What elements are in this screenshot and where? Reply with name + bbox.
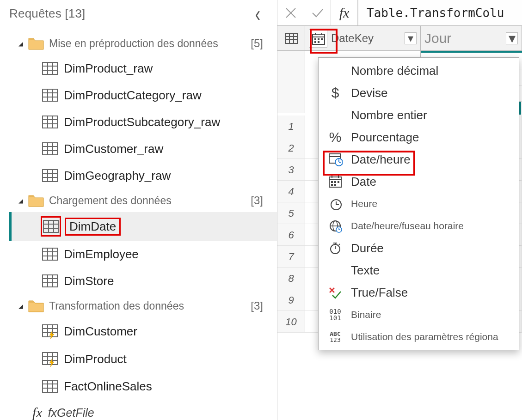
type-menu-item[interactable]: True/False (319, 281, 519, 304)
row-number: 6 (277, 224, 305, 245)
expand-icon: ◢ (18, 303, 27, 310)
query-item[interactable]: FactOnlineSales (9, 373, 277, 400)
table-bolt-icon (42, 350, 58, 368)
query-group-loading[interactable]: ◢ Chargement des données [3] (9, 189, 277, 212)
type-menu-item[interactable]: ABC123Utilisation des paramètres régiona (319, 326, 519, 348)
collapse-panel-button[interactable]: ‹ (255, 8, 263, 19)
fx-button[interactable]: fx (331, 0, 358, 25)
table-icon (42, 378, 58, 395)
query-item[interactable]: DimProduct_raw (9, 55, 277, 82)
row-number: 8 (277, 268, 305, 289)
query-item[interactable]: DimGeography_raw (9, 162, 277, 189)
query-label: DimCustomer (64, 324, 137, 339)
menu-item-label: Binaire (351, 309, 381, 320)
calendar-icon (327, 174, 344, 189)
menu-item-label: Durée (351, 241, 384, 256)
menu-item-label: True/False (351, 286, 408, 300)
group-label: Transformation des données (49, 300, 251, 312)
query-label: DimProduct (64, 352, 127, 366)
group-count: [5] (251, 37, 263, 50)
type-menu-item[interactable]: Date (319, 170, 519, 193)
type-menu-item[interactable]: Heure (319, 193, 519, 215)
group-count: [3] (251, 194, 263, 207)
queries-panel: Requêtes [13] ‹ ◢ Mise en préproduction … (0, 0, 277, 420)
table-header: DateKey ▾ Jour ▾ (277, 26, 522, 51)
query-label: DimProduct_raw (64, 61, 153, 76)
menu-item-label: Pourcentage (351, 130, 419, 145)
query-label: DimProductCategory_raw (64, 88, 202, 103)
query-label: DimGeography_raw (64, 169, 171, 183)
table-icon (42, 140, 58, 157)
menu-item-label: Texte (351, 263, 380, 278)
column-label: Jour (424, 30, 451, 46)
type-menu-item[interactable]: Nombre décimal (319, 60, 519, 82)
query-item[interactable]: DimCustomer_raw (9, 135, 277, 162)
column-filter-button[interactable]: ▾ (506, 32, 518, 44)
menu-item-label: Nombre décimal (351, 64, 438, 78)
type-menu-item[interactable]: Date/heure (319, 148, 519, 170)
menu-item-label: Heure (351, 198, 377, 209)
row-number: 4 (277, 181, 305, 202)
column-type-icon[interactable] (309, 29, 327, 48)
query-item[interactable]: DimCustomer (9, 317, 277, 345)
menu-item-label: Date (351, 175, 376, 189)
dollar-icon: $ (327, 85, 344, 101)
query-group-transform[interactable]: ◢ Transformation des données [3] (9, 294, 277, 317)
type-menu-item[interactable]: 010101Binaire (319, 304, 519, 326)
percent-icon: % (327, 129, 344, 145)
data-type-menu: Nombre décimal$DeviseNombre entier%Pourc… (318, 57, 519, 350)
column-filter-button[interactable]: ▾ (405, 32, 417, 44)
formula-input[interactable]: Table.TransformColu (358, 0, 522, 25)
table-icon (42, 273, 58, 289)
query-item[interactable]: DimProductSubcategory_raw (9, 109, 277, 135)
table-icon (42, 246, 58, 262)
group-label: Mise en préproduction des données (49, 37, 251, 50)
type-menu-item[interactable]: Date/heure/fuseau horaire (319, 215, 519, 237)
type-menu-item[interactable]: Nombre entier (319, 104, 519, 126)
queries-title: Requêtes [13] (9, 6, 86, 21)
select-all-button[interactable] (277, 26, 305, 50)
formula-bar: fx Table.TransformColu (277, 0, 522, 26)
query-group-staging[interactable]: ◢ Mise en préproduction des données [5] (9, 32, 277, 55)
type-menu-item[interactable]: Durée (319, 237, 519, 259)
column-header-jour[interactable]: Jour ▾ (421, 26, 522, 50)
row-number: 3 (277, 159, 305, 180)
query-label: DimProductSubcategory_raw (64, 115, 220, 129)
menu-item-label: Date/heure (351, 152, 411, 167)
commit-button[interactable] (304, 0, 331, 25)
menu-item-label: Nombre entier (351, 108, 427, 122)
query-item[interactable]: DimProductCategory_raw (9, 82, 277, 109)
query-item-fx[interactable]: fx fxGetFile (9, 400, 277, 420)
menu-item-label: Date/heure/fuseau horaire (351, 220, 464, 231)
query-label: DimDate (66, 219, 120, 235)
column-label: DateKey (331, 32, 374, 45)
cancel-button[interactable] (277, 0, 304, 25)
column-header-datekey[interactable]: DateKey ▾ (305, 26, 421, 50)
query-item[interactable]: DimProduct (9, 345, 277, 373)
row-number: 10 (277, 311, 305, 332)
clock-icon (327, 197, 344, 210)
query-item[interactable]: DimStore (9, 268, 277, 294)
table-icon (42, 60, 58, 77)
table-icon (42, 217, 60, 236)
globe-icon (327, 219, 344, 233)
query-item[interactable]: DimEmployee (9, 241, 277, 268)
fx-icon: fx (32, 405, 43, 420)
query-label: fxGetFile (48, 406, 94, 420)
row-number: 9 (277, 289, 305, 310)
table-bolt-icon (42, 323, 58, 340)
abc123-icon: ABC123 (327, 331, 344, 343)
query-item-dimdate[interactable]: DimDate (9, 212, 277, 241)
type-menu-item[interactable]: %Pourcentage (319, 126, 519, 148)
query-label: FactOnlineSales (64, 379, 152, 394)
expand-icon: ◢ (18, 197, 27, 204)
menu-item-label: Devise (351, 86, 387, 100)
row-number: 5 (277, 202, 305, 224)
folder-icon (28, 298, 44, 314)
binary-icon: 010101 (327, 308, 344, 321)
type-menu-item[interactable]: Texte (319, 259, 519, 281)
type-menu-item[interactable]: $Devise (319, 82, 519, 104)
table-icon (42, 87, 58, 103)
row-number: 2 (277, 137, 305, 158)
menu-item-label: Utilisation des paramètres régiona (351, 331, 498, 342)
